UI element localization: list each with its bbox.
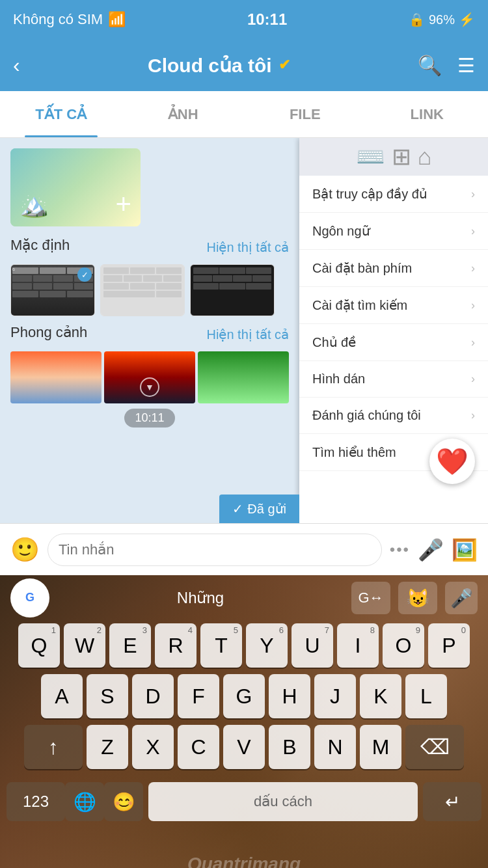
page-title: Cloud của tôi — [148, 54, 272, 77]
key-d[interactable]: D — [132, 674, 174, 718]
key-z[interactable]: Z — [87, 725, 128, 769]
image-button[interactable]: 🖼️ — [452, 537, 478, 562]
status-right: 🔒 96% ⚡ — [409, 12, 475, 27]
battery-icon: ⚡ — [459, 12, 475, 27]
key-p[interactable]: 0P — [428, 623, 470, 668]
scenery-img-2[interactable]: ▼ — [104, 351, 195, 403]
mountain-icon: 🏔️ — [20, 191, 49, 219]
globe-button[interactable]: 🌐 — [65, 782, 104, 821]
key-k[interactable]: K — [360, 674, 401, 718]
key-h[interactable]: H — [269, 674, 310, 718]
tab-all[interactable]: TẤT CẢ — [0, 91, 122, 137]
battery-text: 96% — [429, 12, 455, 27]
key-n[interactable]: N — [314, 725, 356, 769]
key-row-2: A S D F G H J K L — [5, 674, 483, 718]
keyboard-mic-button[interactable]: 🎤 — [445, 582, 478, 614]
search-icon[interactable]: 🔍 — [418, 54, 442, 77]
keyboard-bottom-row: 123 🌐 😊 dấu cách ↵ — [0, 778, 488, 825]
phong-canh-header: Phong cảnh Hiện thị tất cả — [10, 324, 289, 345]
space-key[interactable]: dấu cách — [148, 782, 418, 821]
key-b[interactable]: B — [269, 725, 310, 769]
key-g[interactable]: G — [223, 674, 265, 718]
keyboard-skin-2[interactable] — [100, 264, 185, 316]
keyboard-area: G Những G↔ 😺 🎤 1Q 2W 3E 4R 5T 6Y 7U 8I 9… — [0, 575, 488, 868]
add-sticker-thumbnail[interactable]: 🏔️ + — [10, 148, 141, 226]
sticker-area: 🏔️ + Mặc định Hiện thị tất cả G — [0, 138, 299, 438]
chevron-icon-6: › — [471, 409, 475, 422]
key-a[interactable]: A — [41, 674, 83, 718]
key-w[interactable]: 2W — [64, 623, 105, 668]
key-o[interactable]: 9O — [383, 623, 424, 668]
menu-item-language[interactable]: Ngôn ngữ › — [299, 213, 488, 250]
key-m[interactable]: M — [360, 725, 401, 769]
key-c[interactable]: C — [178, 725, 219, 769]
key-r[interactable]: 4R — [155, 623, 197, 668]
heart-reaction[interactable]: ❤️ — [429, 439, 475, 484]
hien-thi-tat-ca-1[interactable]: Hiện thị tất cả — [207, 239, 289, 255]
keyboard-icon: ⌨️ — [356, 143, 385, 170]
key-i[interactable]: 8I — [337, 623, 379, 668]
menu-item-theme[interactable]: Chủ đề › — [299, 324, 488, 361]
google-button[interactable]: G — [10, 578, 49, 617]
menu-item-access[interactable]: Bật truy cập đầy đủ › — [299, 176, 488, 213]
chevron-icon-0: › — [471, 187, 475, 201]
menu-item-search-settings[interactable]: Cài đặt tìm kiếm › — [299, 287, 488, 324]
return-button[interactable]: ↵ — [423, 782, 481, 821]
emoji-button[interactable]: 🙂 — [10, 536, 40, 563]
menu-icon[interactable]: ☰ — [457, 54, 475, 77]
key-row-3: ↑ Z X C V B N M ⌫ — [5, 725, 483, 769]
key-row-1: 1Q 2W 3E 4R 5T 6Y 7U 8I 9O 0P — [5, 623, 483, 668]
mic-button[interactable]: 🎤 — [418, 537, 444, 562]
tab-file[interactable]: FILE — [244, 91, 366, 137]
heart-icon: ❤️ — [436, 446, 468, 477]
sticker-button[interactable]: 😺 — [398, 582, 437, 614]
send-label: Đã gửi — [247, 501, 286, 517]
menu-item-sticker[interactable]: Hình dán › — [299, 361, 488, 398]
scenery-img-1[interactable] — [10, 351, 102, 403]
key-l[interactable]: L — [405, 674, 447, 718]
key-x[interactable]: X — [132, 725, 174, 769]
tab-link[interactable]: LINK — [366, 91, 489, 137]
tab-bar: TẤT CẢ ẢNH FILE LINK — [0, 91, 488, 138]
dots-icon[interactable]: ••• — [390, 541, 410, 559]
send-button[interactable]: ✓ Đã gửi — [219, 495, 299, 523]
hien-thi-tat-ca-2[interactable]: Hiện thị tất cả — [207, 327, 289, 342]
key-f[interactable]: F — [178, 674, 219, 718]
key-q[interactable]: 1Q — [18, 623, 60, 668]
num-button[interactable]: 123 — [7, 782, 65, 821]
scenery-img-3[interactable] — [198, 351, 289, 403]
key-e[interactable]: 3E — [109, 623, 151, 668]
menu-item-rate[interactable]: Đánh giá chúng tôi › — [299, 398, 488, 434]
check-icon: ✓ — [232, 501, 243, 517]
keyboard-skins: G ✓ — [10, 264, 289, 316]
key-t[interactable]: 5T — [200, 623, 242, 668]
key-s[interactable]: S — [87, 674, 128, 718]
chevron-icon-3: › — [471, 299, 475, 312]
key-v[interactable]: V — [223, 725, 265, 769]
key-delete[interactable]: ⌫ — [405, 725, 464, 769]
phong-canh-label: Phong cảnh — [10, 324, 87, 341]
mac-dinh-header: Mặc định Hiện thị tất cả — [10, 237, 289, 258]
menu-item-keyboard-settings[interactable]: Cài đặt bàn phím › — [299, 250, 488, 287]
key-j[interactable]: J — [314, 674, 356, 718]
key-y[interactable]: 6Y — [246, 623, 288, 668]
chevron-icon-5: › — [471, 372, 475, 386]
verified-badge: ✔ — [278, 57, 290, 74]
status-bar: Không có SIM 📶 10:11 🔒 96% ⚡ — [0, 0, 488, 39]
translate-button[interactable]: G↔ — [351, 582, 390, 614]
keyboard-skin-1[interactable]: G ✓ — [10, 264, 95, 316]
grid-icon: ⊞ — [392, 143, 411, 170]
key-shift[interactable]: ↑ — [24, 725, 83, 769]
word-suggestion[interactable]: Những — [57, 589, 344, 607]
keyboard-icon-row: ⌨️ ⊞ ⌂ — [299, 138, 488, 176]
message-bar: 🙂 ••• 🎤 🖼️ — [0, 523, 488, 575]
menu-items-list: Bật truy cập đầy đủ › Ngôn ngữ › Cài đặt… — [299, 176, 488, 471]
time-pill: 10:11 — [124, 409, 174, 427]
tab-photo[interactable]: ẢNH — [122, 91, 245, 137]
house-icon: ⌂ — [418, 143, 432, 170]
keyboard-skin-3[interactable] — [190, 264, 275, 316]
keyboard-emoji-button[interactable]: 😊 — [104, 782, 143, 821]
key-u[interactable]: 7U — [291, 623, 333, 668]
back-button[interactable]: ‹ — [13, 53, 20, 77]
message-input[interactable] — [47, 534, 382, 566]
